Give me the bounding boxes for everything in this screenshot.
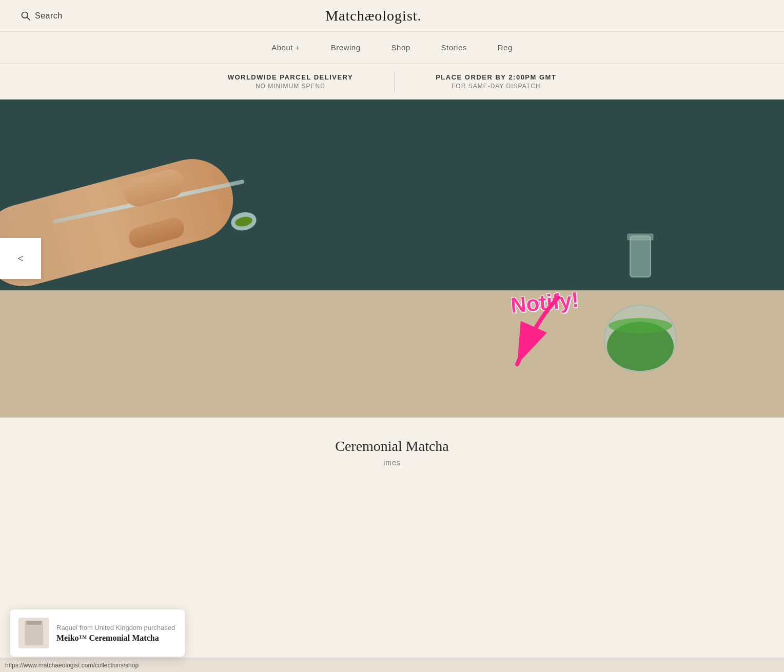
logo[interactable]: Matchæologist. [325,8,421,24]
search-area[interactable]: Search [21,11,63,21]
arrow-svg [486,287,589,390]
svg-rect-6 [628,234,653,240]
order-title: PLACE ORDER BY 2:00PM GMT [436,73,556,81]
delivery-sub: NO MINIMUM SPEND [256,83,325,90]
product-subtitle: imes [31,459,753,467]
nav-bar: About + Brewing Shop Stories Reg [0,32,784,64]
info-section-order: PLACE ORDER BY 2:00PM GMT FOR SAME-DAY D… [395,73,597,90]
hero-section: < Notify! [0,100,784,418]
prev-arrow-button[interactable]: < [0,238,41,279]
nav-item-brewing[interactable]: Brewing [331,43,361,52]
svg-point-5 [609,318,672,333]
svg-rect-2 [630,236,651,277]
product-section: Ceremonial Matcha imes [0,418,784,520]
pink-arrow-annotation [486,287,589,392]
flask-container [599,231,681,377]
search-icon [21,11,31,21]
info-banner: WORLDWIDE PARCEL DELIVERY NO MINIMUM SPE… [0,64,784,100]
nav-item-reg[interactable]: Reg [498,43,513,52]
nav-item-shop[interactable]: Shop [391,43,410,52]
nav-item-about[interactable]: About + [271,43,300,52]
hero-hand-area [0,120,349,325]
delivery-title: WORLDWIDE PARCEL DELIVERY [228,73,354,81]
svg-line-1 [27,17,30,20]
svg-point-0 [22,12,28,18]
info-section-delivery: WORLDWIDE PARCEL DELIVERY NO MINIMUM SPE… [187,73,395,90]
chevron-left-icon: < [17,252,24,265]
product-title: Ceremonial Matcha [31,438,753,454]
top-bar: Search Matchæologist. [0,0,784,32]
order-sub: FOR SAME-DAY DISPATCH [452,83,540,90]
search-label: Search [35,11,63,21]
nav-item-stories[interactable]: Stories [441,43,467,52]
flask-icon [599,231,681,374]
